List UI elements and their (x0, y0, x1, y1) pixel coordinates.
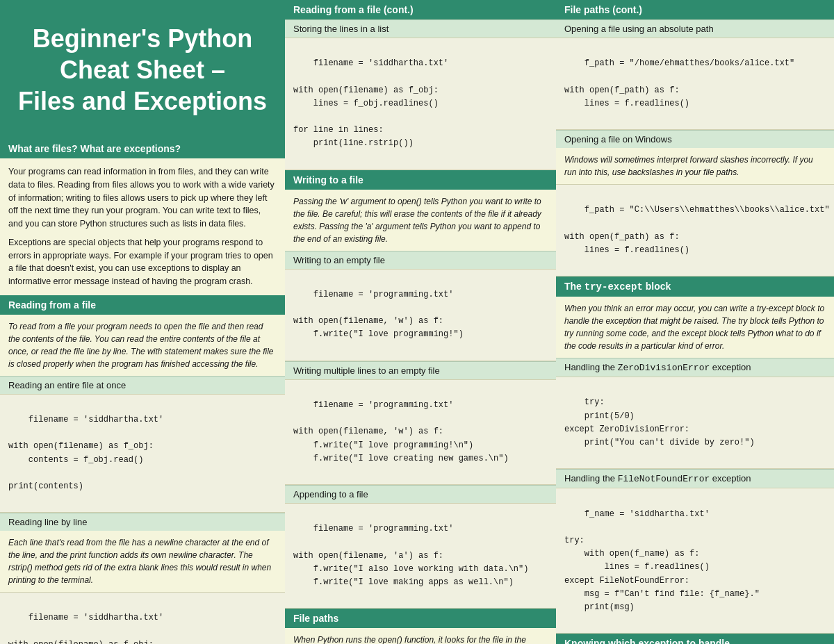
multi-lines-code: filename = 'programming.txt' with open(f… (285, 379, 556, 485)
empty-file-code: filename = 'programming.txt' with open(f… (285, 269, 556, 361)
title-block: Beginner's Python Cheat Sheet – Files an… (0, 0, 285, 139)
column-1: Beginner's Python Cheat Sheet – Files an… (0, 0, 285, 644)
windows-code: f_path = "C:\\Users\\ehmatthes\\books\\a… (556, 184, 834, 276)
knowing-header: Knowing which exception to handle (556, 634, 834, 644)
file-paths-desc: When Python runs the open() function, it… (285, 628, 556, 644)
empty-file-header: Writing to an empty file (285, 251, 556, 269)
writing-desc: Passing the 'w' argument to open() tells… (285, 190, 556, 251)
file-paths-cont-header: File paths (cont.) (556, 0, 834, 19)
storing-lines-header: Storing the lines in a list (285, 19, 556, 38)
intro-section-header: What are files? What are exceptions? (0, 139, 285, 158)
entire-file-code: filename = 'siddhartha.txt' with open(fi… (0, 394, 285, 513)
column-3: File paths (cont.) Opening a file using … (556, 0, 834, 644)
line-by-line-code: filename = 'siddhartha.txt' with open(fi… (0, 592, 285, 644)
reading-cont-header: Reading from a file (cont.) (285, 0, 556, 19)
reading-section-header: Reading from a file (0, 295, 285, 315)
zero-div-header: Handling the ZeroDivisionError exception (556, 358, 834, 377)
windows-header: Opening a file on Windows (556, 130, 834, 148)
try-except-desc: When you think an error may occur, you c… (556, 297, 834, 358)
zero-div-code: try: print(5/0) except ZeroDivisionError… (556, 377, 834, 469)
multi-lines-header: Writing multiple lines to an empty file (285, 361, 556, 379)
appending-code: filename = 'programming.txt' with open(f… (285, 503, 556, 609)
page-title: Beginner's Python Cheat Sheet – Files an… (18, 23, 267, 117)
abs-path-header: Opening a file using an absolute path (556, 19, 834, 38)
abs-path-code: f_path = "/home/ehmatthes/books/alice.tx… (556, 38, 834, 130)
try-except-header: The try-except block (556, 276, 834, 297)
file-not-found-header: Handling the FileNotFoundError exception (556, 469, 834, 488)
entire-file-header: Reading an entire file at once (0, 376, 285, 394)
line-by-line-desc: Each line that's read from the file has … (0, 531, 285, 592)
column-2: Reading from a file (cont.) Storing the … (285, 0, 556, 644)
file-not-found-code: f_name = 'siddhartha.txt' try: with open… (556, 488, 834, 634)
file-paths-header: File paths (285, 609, 556, 628)
appending-header: Appending to a file (285, 485, 556, 503)
windows-desc: Windows will sometimes interpret forward… (556, 148, 834, 184)
storing-lines-code: filename = 'siddhartha.txt' with open(fi… (285, 38, 556, 170)
intro-content: Your programs can read information in fr… (0, 158, 285, 295)
reading-desc: To read from a file your program needs t… (0, 315, 285, 376)
line-by-line-header: Reading line by line (0, 513, 285, 531)
writing-header: Writing to a file (285, 170, 556, 190)
